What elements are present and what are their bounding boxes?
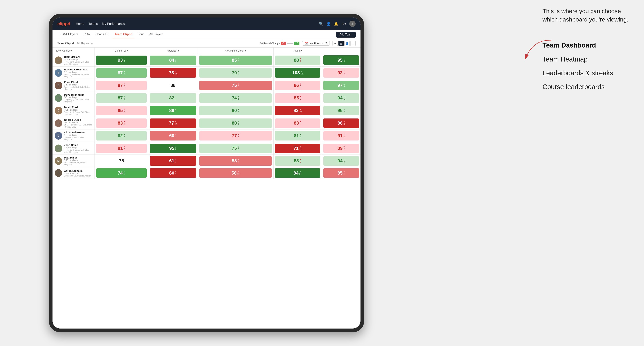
metric-change: ▲ 1: [238, 96, 239, 100]
metric-box: 85 ▲ 8: [199, 56, 272, 65]
metric-box: 73 ▼ 11: [150, 68, 196, 78]
metric-box: 87 ▼ 3: [96, 81, 147, 90]
metric-value: 60: [169, 170, 174, 176]
metric-change: ▼ 10: [299, 108, 302, 113]
metric-box: 60 ▼ 1: [150, 168, 196, 178]
person-view-button[interactable]: 👤: [344, 41, 350, 46]
profile-icon[interactable]: 👤: [326, 22, 331, 26]
tab-pgat-players[interactable]: PGAT Players: [58, 30, 80, 39]
table-row[interactable]: M Matt Miller 6-10 Handicap Woburn Golf …: [52, 155, 360, 167]
table-row[interactable]: C Chris Robertson 1-5 Handicap Craigmill…: [52, 130, 360, 142]
tab-pga[interactable]: PGA: [82, 30, 92, 39]
edit-icon[interactable]: ✏: [91, 42, 93, 45]
nav-link-teams[interactable]: Teams: [88, 21, 98, 26]
metric-change: ▼ 6: [300, 83, 301, 88]
metric-off_tee: 61 ▼ 3: [148, 155, 198, 167]
table-row[interactable]: J Josh Coles 1-5 Handicap Royal North De…: [52, 142, 360, 155]
metric-around_green: 71 ▼ 11: [273, 142, 322, 155]
metric-player_quality: 87 ▲ 1: [95, 67, 148, 79]
nav-link-home[interactable]: Home: [76, 21, 84, 26]
metric-box: 83 ▼ 3: [96, 119, 147, 128]
metric-value: 89: [338, 146, 342, 151]
metric-value: 81: [118, 146, 123, 151]
table-row[interactable]: D Dave Billingham 1-5 Handicap Gog Magog…: [52, 92, 360, 104]
metric-around_green: 86 ▼ 6: [273, 79, 322, 92]
add-team-button[interactable]: Add Team: [336, 32, 356, 37]
metric-box: 89 ▼ 2: [324, 144, 359, 153]
table-row[interactable]: A Aaron Nicholls 11-15 Handicap Drift Go…: [52, 167, 360, 179]
filter-button[interactable]: ⬇: [350, 41, 356, 46]
header-player[interactable]: Player Quality ▾: [52, 47, 95, 54]
player-info: Edward Crossman 1-5 Handicap Sunningdale…: [64, 68, 92, 78]
metric-player_quality: 81 ▼ 3: [95, 142, 148, 155]
metric-value: 93: [118, 57, 123, 63]
metric-change: ▼ 1: [300, 58, 301, 62]
settings-icon[interactable]: ⊕▾: [342, 22, 346, 26]
metric-off_tee: 89 ▲ 7: [148, 104, 198, 117]
metric-approach: 77 ▼ 3: [198, 130, 273, 142]
metric-box: 58 ▲ 10: [199, 168, 272, 178]
metric-value: 79: [232, 70, 237, 75]
header-putting[interactable]: Putting ▾: [273, 47, 322, 54]
metric-box: 88: [150, 81, 196, 90]
tab-tour[interactable]: Tour: [136, 30, 146, 39]
player-name: Edward Crossman: [64, 68, 92, 71]
table-row[interactable]: E Edward Crossman 1-5 Handicap Sunningda…: [52, 67, 360, 79]
tab-team-clippd[interactable]: Team Clippd: [113, 30, 134, 39]
metric-change: ▼ 4: [343, 171, 345, 175]
player-club: Sunningdale Golf Club, United Kingdom: [64, 73, 92, 78]
round-badge-positive: +5: [294, 42, 300, 45]
metric-change: ▲ 3: [343, 108, 345, 113]
metric-box: 96 ▲ 3: [324, 106, 359, 115]
metric-value: 103: [292, 70, 300, 75]
player-handicap: 6-10 Handicap: [64, 121, 92, 124]
table-row[interactable]: E Elliot Ebert 1-5 Handicap Sunningdale …: [52, 79, 360, 92]
metric-box: 83 ▼ 6: [275, 119, 320, 128]
player-avatar: C: [54, 132, 62, 140]
table-row[interactable]: C Charlie Quick 6-10 Handicap St. George…: [52, 117, 360, 130]
player-info: Aaron Nicholls 11-15 Handicap Drift Golf…: [64, 169, 91, 177]
metric-change: ▲ 5: [343, 83, 345, 88]
metric-box: 86 ▼ 8: [324, 119, 359, 128]
metric-box: 88 ▼ 1: [275, 56, 320, 65]
player-avatar: M: [54, 157, 62, 165]
metric-change: ▼ 3: [238, 83, 239, 88]
metric-around_green: 84 ▲ 21: [273, 167, 322, 179]
metric-value: 85: [338, 170, 342, 176]
grid-view-button[interactable]: ⊞: [332, 41, 338, 46]
metric-change: ▲ 4: [238, 159, 239, 163]
header-off-tee[interactable]: Off the Tee ▾: [95, 47, 148, 54]
table-row[interactable]: D David Ford Plus Handicap Royal North D…: [52, 104, 360, 117]
metric-change: ▼ 3: [300, 96, 301, 100]
metric-box: 91 ▼ 3: [324, 131, 359, 141]
metric-off_tee: 82 ▲ 4: [148, 92, 198, 104]
tab-hcaps[interactable]: Hcaps 1-5: [94, 30, 111, 39]
metric-box: 85 ▼ 3: [275, 93, 320, 103]
search-icon[interactable]: 🔍: [319, 22, 323, 26]
annotation-team-heatmap: Team Heatmap: [542, 55, 634, 64]
team-count: | 14 Players: [76, 42, 89, 45]
metric-value: 94: [338, 95, 342, 101]
metric-value: 87: [118, 70, 123, 75]
heatmap-view-button[interactable]: ▦: [338, 41, 344, 46]
player-handicap: 6-10 Handicap: [64, 159, 92, 162]
metric-box: 80 ▲ 3: [199, 106, 272, 115]
header-around-green[interactable]: Around the Green ▾: [198, 47, 273, 54]
header-approach[interactable]: Approach ▾: [148, 47, 198, 54]
metric-box: 93 ▲ 4: [96, 56, 147, 65]
player-handicap: 1-5 Handicap: [64, 134, 92, 136]
metric-value: 84: [294, 170, 298, 176]
metric-change: ▼ 3: [343, 70, 345, 75]
last-rounds-button[interactable]: 📅 Last Rounds: 20: [302, 41, 330, 46]
tab-all-players[interactable]: All Players: [147, 30, 166, 39]
metric-change: ▲ 8: [238, 58, 239, 62]
metric-off_tee: 95 ▲ 8: [148, 142, 198, 155]
metric-value: 88: [294, 158, 299, 164]
table-row[interactable]: B Blair McHarg Plus Handicap Royal North…: [52, 54, 360, 67]
metric-putting: 86 ▼ 8: [322, 117, 360, 130]
notifications-icon[interactable]: 🔔: [334, 22, 338, 26]
metric-off_tee: 88: [148, 79, 198, 92]
metric-player_quality: 75: [95, 155, 148, 167]
avatar[interactable]: [349, 21, 356, 27]
nav-link-myperformance[interactable]: My Performance: [102, 21, 125, 26]
